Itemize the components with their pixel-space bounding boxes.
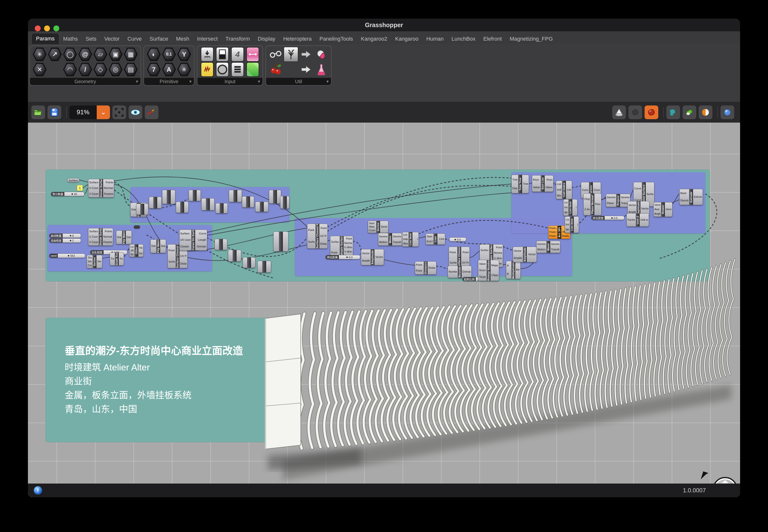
slider-track[interactable]: 553: [58, 254, 85, 258]
gh-component[interactable]: [280, 196, 290, 209]
flask-icon[interactable]: [314, 62, 329, 77]
boolean-toggle-icon[interactable]: [215, 47, 230, 62]
number-slider[interactable]: 0.5: [449, 237, 466, 242]
input-port[interactable]: Surface: [308, 241, 315, 243]
gh-component-jitter[interactable]: ListJitterSeedJitterValuesIndices: [129, 244, 143, 257]
output-port[interactable]: Series: [381, 225, 387, 228]
decimal-icon[interactable]: 0.1: [161, 47, 176, 62]
open-file-icon[interactable]: [31, 105, 45, 119]
panel-expand-arrow[interactable]: ▾: [136, 79, 138, 84]
input-port[interactable]: Amplitude: [362, 259, 370, 262]
gh-component-move[interactable]: GeometryMotionMoveGeometryTransform: [378, 233, 402, 246]
input-port[interactable]: Count: [369, 229, 375, 232]
number-slider-扭曲程度[interactable]: 扭曲程度2: [49, 238, 81, 243]
cherry-picker-icon[interactable]: [269, 62, 283, 77]
output-port[interactable]: Parameters: [103, 241, 112, 244]
input-port[interactable]: Motion: [537, 248, 545, 251]
input-port[interactable]: Angle: [654, 212, 660, 215]
output-port[interactable]: Series: [97, 260, 101, 263]
input-port[interactable]: Step: [88, 260, 92, 263]
output-port[interactable]: i: [573, 206, 577, 209]
input-port[interactable]: Geometry: [379, 235, 387, 238]
input-port[interactable]: Closed: [180, 245, 190, 248]
number-slider-seed[interactable]: seed553: [49, 254, 85, 258]
input-port[interactable]: V Count: [89, 193, 98, 196]
output-port[interactable]: Data: [161, 245, 165, 248]
input-port[interactable]: Curves: [582, 189, 588, 192]
tab-intersect[interactable]: Intersect: [193, 34, 222, 44]
gh-component-amplitude[interactable]: VectorAmplitudeAmplitudeVector: [361, 249, 384, 265]
surface-icon[interactable]: ▤: [123, 62, 138, 77]
brep-icon[interactable]: ◎: [108, 62, 123, 77]
input-port[interactable]: Data: [151, 245, 155, 248]
input-port[interactable]: Point A: [416, 264, 423, 266]
input-port[interactable]: Wrap: [557, 194, 561, 197]
input-port[interactable]: Motion: [379, 241, 387, 244]
input-port[interactable]: Wrap: [403, 242, 408, 245]
output-port[interactable]: i: [413, 238, 418, 241]
output-port[interactable]: Plane: [595, 203, 601, 206]
arc-icon[interactable]: ◠: [63, 62, 77, 77]
output-port[interactable]: Tree: [523, 183, 528, 185]
input-port[interactable]: Vector: [362, 252, 370, 255]
gh-component-series[interactable]: StartStepCountSeriesSeries: [87, 255, 102, 268]
input-port[interactable]: Direction: [680, 199, 688, 202]
gh-component-cull-index[interactable]: ListIndicesWrapCull IndexList: [556, 181, 572, 199]
input-port[interactable]: UV coordinates: [180, 239, 190, 242]
output-port[interactable]: Tree: [119, 257, 123, 260]
output-port[interactable]: Mapped: [491, 264, 498, 267]
gh-component[interactable]: [162, 190, 175, 204]
input-port[interactable]: U Count: [89, 235, 98, 238]
input-port[interactable]: Point: [168, 249, 175, 252]
output-port[interactable]: Transform: [551, 248, 559, 251]
gh-component[interactable]: [188, 190, 201, 201]
output-port[interactable]: Geometry: [393, 235, 401, 238]
input-port[interactable]: Point A: [549, 227, 557, 230]
panel-expand-arrow[interactable]: ▾: [258, 79, 260, 84]
relay2-icon[interactable]: [299, 62, 314, 77]
slider-track[interactable]: 6.0: [339, 255, 360, 259]
alert-icon[interactable]: !: [34, 486, 42, 495]
knob-icon[interactable]: [215, 62, 230, 77]
slider-track[interactable]: 8: [63, 234, 81, 238]
slider-grip[interactable]: [611, 217, 613, 219]
input-port[interactable]: Surface: [89, 181, 98, 184]
custom-blob-icon[interactable]: [666, 105, 680, 119]
output-port[interactable]: Values A: [545, 186, 552, 189]
number-slider-伸出距离[interactable]: 伸出距离6.0: [326, 255, 360, 259]
input-port[interactable]: Vector: [514, 250, 522, 253]
output-port[interactable]: Point: [320, 227, 327, 230]
input-port[interactable]: Count: [88, 264, 92, 267]
output-port[interactable]: Vector: [375, 256, 383, 259]
input-port[interactable]: Axis: [654, 208, 660, 211]
slider-track[interactable]: 60: [64, 192, 84, 196]
tab-kangaroo2[interactable]: Kangaroo2: [357, 34, 391, 44]
input-port[interactable]: Index: [403, 238, 408, 241]
output-port[interactable]: Normals: [104, 187, 113, 190]
gh-component[interactable]: [255, 202, 269, 212]
tab-magnetizing_fpg[interactable]: Magnetizing_FPG: [506, 34, 557, 44]
input-port[interactable]: Surface: [450, 261, 456, 264]
input-port[interactable]: Value: [479, 263, 486, 266]
value-list-icon[interactable]: [230, 62, 245, 77]
output-port[interactable]: Domain: [196, 245, 206, 248]
panel-expand-arrow[interactable]: ▾: [326, 79, 329, 84]
output-port[interactable]: Parameters: [104, 193, 113, 196]
circle-icon[interactable]: ◯: [63, 47, 77, 62]
input-port[interactable]: Values A: [533, 186, 540, 189]
gh-component-plane-normal[interactable]: OriginZ-AxisPlane NormalPlane: [584, 193, 602, 215]
output-port[interactable]: V direction: [344, 250, 352, 253]
galapagos-tree-icon[interactable]: [284, 47, 298, 62]
input-port[interactable]: A: [507, 264, 511, 267]
input-port[interactable]: Index: [566, 223, 569, 226]
point-icon[interactable]: ✳: [32, 47, 47, 62]
tab-human[interactable]: Human: [422, 34, 448, 44]
zoom-extents-icon[interactable]: [112, 105, 126, 119]
output-port[interactable]: Curves: [594, 189, 600, 192]
tab-elefront[interactable]: Elefront: [479, 34, 506, 44]
gh-component[interactable]: [243, 257, 256, 268]
input-port[interactable]: Surface: [180, 232, 190, 235]
tab-curve[interactable]: Curve: [123, 34, 146, 44]
gh-component-unit-z[interactable]: FactorUnit ZUnit vector: [627, 213, 649, 227]
output-port[interactable]: Points: [103, 230, 112, 233]
